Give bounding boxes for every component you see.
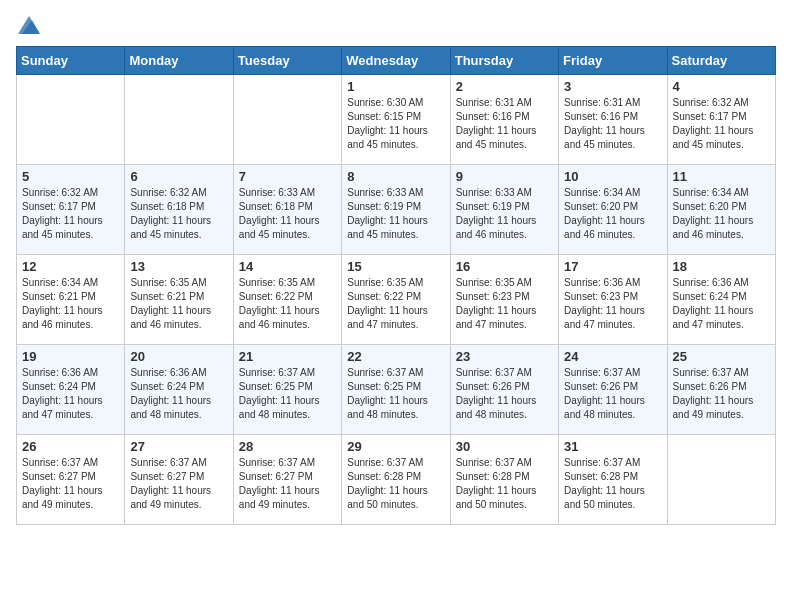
day-number: 12: [22, 259, 119, 274]
weekday-header-sunday: Sunday: [17, 47, 125, 75]
calendar-cell: 22Sunrise: 6:37 AM Sunset: 6:25 PM Dayli…: [342, 345, 450, 435]
day-info: Sunrise: 6:34 AM Sunset: 6:21 PM Dayligh…: [22, 276, 119, 332]
calendar-cell: 6Sunrise: 6:32 AM Sunset: 6:18 PM Daylig…: [125, 165, 233, 255]
day-info: Sunrise: 6:37 AM Sunset: 6:28 PM Dayligh…: [564, 456, 661, 512]
calendar-cell: 2Sunrise: 6:31 AM Sunset: 6:16 PM Daylig…: [450, 75, 558, 165]
day-number: 19: [22, 349, 119, 364]
calendar-cell: 7Sunrise: 6:33 AM Sunset: 6:18 PM Daylig…: [233, 165, 341, 255]
calendar-cell: 8Sunrise: 6:33 AM Sunset: 6:19 PM Daylig…: [342, 165, 450, 255]
calendar-cell: [233, 75, 341, 165]
day-number: 10: [564, 169, 661, 184]
weekday-header-row: SundayMondayTuesdayWednesdayThursdayFrid…: [17, 47, 776, 75]
day-info: Sunrise: 6:36 AM Sunset: 6:24 PM Dayligh…: [673, 276, 770, 332]
day-number: 8: [347, 169, 444, 184]
day-number: 16: [456, 259, 553, 274]
day-info: Sunrise: 6:34 AM Sunset: 6:20 PM Dayligh…: [564, 186, 661, 242]
day-info: Sunrise: 6:31 AM Sunset: 6:16 PM Dayligh…: [564, 96, 661, 152]
calendar-cell: 27Sunrise: 6:37 AM Sunset: 6:27 PM Dayli…: [125, 435, 233, 525]
calendar-cell: 1Sunrise: 6:30 AM Sunset: 6:15 PM Daylig…: [342, 75, 450, 165]
day-info: Sunrise: 6:33 AM Sunset: 6:18 PM Dayligh…: [239, 186, 336, 242]
week-row-3: 19Sunrise: 6:36 AM Sunset: 6:24 PM Dayli…: [17, 345, 776, 435]
day-info: Sunrise: 6:35 AM Sunset: 6:22 PM Dayligh…: [347, 276, 444, 332]
week-row-4: 26Sunrise: 6:37 AM Sunset: 6:27 PM Dayli…: [17, 435, 776, 525]
day-number: 30: [456, 439, 553, 454]
calendar-cell: 16Sunrise: 6:35 AM Sunset: 6:23 PM Dayli…: [450, 255, 558, 345]
calendar-cell: 18Sunrise: 6:36 AM Sunset: 6:24 PM Dayli…: [667, 255, 775, 345]
day-info: Sunrise: 6:37 AM Sunset: 6:27 PM Dayligh…: [22, 456, 119, 512]
calendar-cell: 11Sunrise: 6:34 AM Sunset: 6:20 PM Dayli…: [667, 165, 775, 255]
day-number: 24: [564, 349, 661, 364]
day-number: 15: [347, 259, 444, 274]
day-number: 25: [673, 349, 770, 364]
calendar-cell: 25Sunrise: 6:37 AM Sunset: 6:26 PM Dayli…: [667, 345, 775, 435]
day-number: 28: [239, 439, 336, 454]
weekday-header-tuesday: Tuesday: [233, 47, 341, 75]
day-number: 18: [673, 259, 770, 274]
weekday-header-saturday: Saturday: [667, 47, 775, 75]
calendar-cell: 9Sunrise: 6:33 AM Sunset: 6:19 PM Daylig…: [450, 165, 558, 255]
day-number: 1: [347, 79, 444, 94]
day-info: Sunrise: 6:32 AM Sunset: 6:17 PM Dayligh…: [673, 96, 770, 152]
calendar-cell: 21Sunrise: 6:37 AM Sunset: 6:25 PM Dayli…: [233, 345, 341, 435]
calendar-table: SundayMondayTuesdayWednesdayThursdayFrid…: [16, 46, 776, 525]
day-info: Sunrise: 6:31 AM Sunset: 6:16 PM Dayligh…: [456, 96, 553, 152]
day-info: Sunrise: 6:30 AM Sunset: 6:15 PM Dayligh…: [347, 96, 444, 152]
day-info: Sunrise: 6:33 AM Sunset: 6:19 PM Dayligh…: [456, 186, 553, 242]
weekday-header-monday: Monday: [125, 47, 233, 75]
day-number: 7: [239, 169, 336, 184]
day-number: 9: [456, 169, 553, 184]
day-number: 21: [239, 349, 336, 364]
calendar-cell: 12Sunrise: 6:34 AM Sunset: 6:21 PM Dayli…: [17, 255, 125, 345]
calendar-cell: 31Sunrise: 6:37 AM Sunset: 6:28 PM Dayli…: [559, 435, 667, 525]
day-info: Sunrise: 6:32 AM Sunset: 6:18 PM Dayligh…: [130, 186, 227, 242]
day-number: 3: [564, 79, 661, 94]
day-number: 27: [130, 439, 227, 454]
day-info: Sunrise: 6:36 AM Sunset: 6:23 PM Dayligh…: [564, 276, 661, 332]
week-row-2: 12Sunrise: 6:34 AM Sunset: 6:21 PM Dayli…: [17, 255, 776, 345]
day-info: Sunrise: 6:37 AM Sunset: 6:28 PM Dayligh…: [456, 456, 553, 512]
header: [16, 16, 776, 34]
weekday-header-thursday: Thursday: [450, 47, 558, 75]
calendar-cell: 19Sunrise: 6:36 AM Sunset: 6:24 PM Dayli…: [17, 345, 125, 435]
day-number: 4: [673, 79, 770, 94]
logo: [16, 16, 40, 34]
calendar-cell: 28Sunrise: 6:37 AM Sunset: 6:27 PM Dayli…: [233, 435, 341, 525]
day-info: Sunrise: 6:37 AM Sunset: 6:25 PM Dayligh…: [239, 366, 336, 422]
calendar-cell: 10Sunrise: 6:34 AM Sunset: 6:20 PM Dayli…: [559, 165, 667, 255]
calendar-cell: 13Sunrise: 6:35 AM Sunset: 6:21 PM Dayli…: [125, 255, 233, 345]
day-number: 20: [130, 349, 227, 364]
day-number: 2: [456, 79, 553, 94]
day-number: 11: [673, 169, 770, 184]
weekday-header-wednesday: Wednesday: [342, 47, 450, 75]
day-info: Sunrise: 6:35 AM Sunset: 6:22 PM Dayligh…: [239, 276, 336, 332]
weekday-header-friday: Friday: [559, 47, 667, 75]
calendar-cell: 20Sunrise: 6:36 AM Sunset: 6:24 PM Dayli…: [125, 345, 233, 435]
week-row-1: 5Sunrise: 6:32 AM Sunset: 6:17 PM Daylig…: [17, 165, 776, 255]
day-number: 22: [347, 349, 444, 364]
calendar-cell: 24Sunrise: 6:37 AM Sunset: 6:26 PM Dayli…: [559, 345, 667, 435]
day-info: Sunrise: 6:37 AM Sunset: 6:27 PM Dayligh…: [239, 456, 336, 512]
day-info: Sunrise: 6:37 AM Sunset: 6:26 PM Dayligh…: [564, 366, 661, 422]
calendar-cell: [17, 75, 125, 165]
week-row-0: 1Sunrise: 6:30 AM Sunset: 6:15 PM Daylig…: [17, 75, 776, 165]
calendar-cell: 14Sunrise: 6:35 AM Sunset: 6:22 PM Dayli…: [233, 255, 341, 345]
day-number: 17: [564, 259, 661, 274]
calendar-cell: 3Sunrise: 6:31 AM Sunset: 6:16 PM Daylig…: [559, 75, 667, 165]
day-number: 13: [130, 259, 227, 274]
calendar-cell: 4Sunrise: 6:32 AM Sunset: 6:17 PM Daylig…: [667, 75, 775, 165]
day-info: Sunrise: 6:33 AM Sunset: 6:19 PM Dayligh…: [347, 186, 444, 242]
calendar-cell: [667, 435, 775, 525]
day-number: 23: [456, 349, 553, 364]
day-number: 5: [22, 169, 119, 184]
day-info: Sunrise: 6:32 AM Sunset: 6:17 PM Dayligh…: [22, 186, 119, 242]
day-info: Sunrise: 6:35 AM Sunset: 6:21 PM Dayligh…: [130, 276, 227, 332]
calendar-cell: 23Sunrise: 6:37 AM Sunset: 6:26 PM Dayli…: [450, 345, 558, 435]
day-info: Sunrise: 6:37 AM Sunset: 6:26 PM Dayligh…: [456, 366, 553, 422]
day-info: Sunrise: 6:35 AM Sunset: 6:23 PM Dayligh…: [456, 276, 553, 332]
day-info: Sunrise: 6:36 AM Sunset: 6:24 PM Dayligh…: [130, 366, 227, 422]
day-info: Sunrise: 6:36 AM Sunset: 6:24 PM Dayligh…: [22, 366, 119, 422]
day-info: Sunrise: 6:34 AM Sunset: 6:20 PM Dayligh…: [673, 186, 770, 242]
calendar-cell: 26Sunrise: 6:37 AM Sunset: 6:27 PM Dayli…: [17, 435, 125, 525]
day-number: 14: [239, 259, 336, 274]
calendar-cell: 30Sunrise: 6:37 AM Sunset: 6:28 PM Dayli…: [450, 435, 558, 525]
